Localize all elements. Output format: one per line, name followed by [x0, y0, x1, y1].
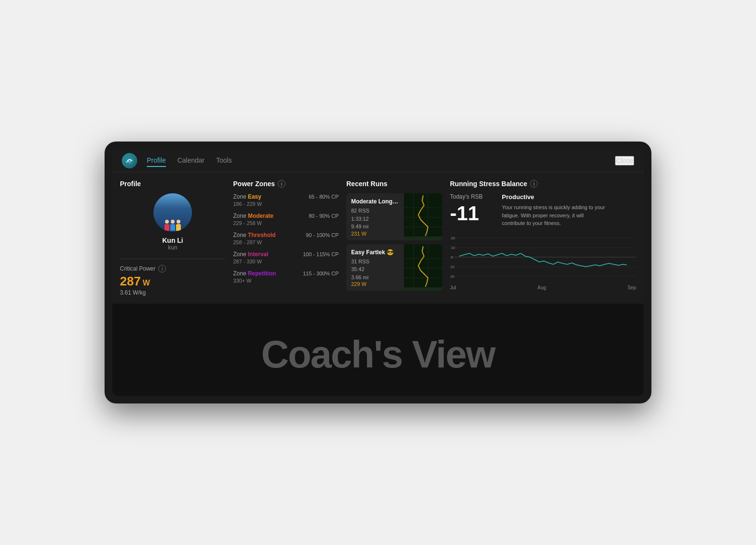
- bottom-section: Coach's View: [112, 304, 644, 396]
- critical-power-unit: W: [142, 279, 150, 287]
- avatar: [154, 193, 192, 232]
- run-card[interactable]: 2 days ago Moderate Long Run 😎 82 RSS 1:…: [346, 193, 442, 240]
- nav-tools[interactable]: Tools: [216, 154, 232, 167]
- run-time: 1:33:12: [351, 215, 399, 223]
- power-zones-title: Power Zones i: [233, 180, 339, 188]
- svg-rect-2: [404, 193, 442, 237]
- nav-links: Profile Calendar Tools: [147, 154, 615, 167]
- zone-name: Zone Moderate: [233, 213, 273, 219]
- zone-pct: 90 - 100% CP: [306, 232, 339, 238]
- rsb-chart: 20 10 0 -10 -20: [450, 233, 636, 281]
- svg-text:20: 20: [451, 236, 455, 240]
- app-container: Profile Calendar Tools Close Profile: [112, 149, 644, 396]
- critical-power-info-icon[interactable]: i: [158, 265, 166, 272]
- zone-name: Zone Easy: [233, 193, 261, 200]
- zone-watts: 186 - 229 W: [233, 201, 339, 207]
- chart-label-jul: Jul: [450, 285, 456, 290]
- profile-panel: Profile: [120, 180, 225, 296]
- zone-name: Zone Interval: [233, 251, 268, 258]
- zone-watts: 229 - 258 W: [233, 220, 339, 226]
- run-distance: 3.66 mi: [351, 273, 399, 282]
- chart-label-aug: Aug: [538, 285, 546, 290]
- critical-power-wkg: 3.61 W/kg: [120, 289, 225, 296]
- run-rss: 31 RSS: [351, 258, 399, 266]
- svg-text:10: 10: [451, 246, 455, 250]
- zone-watts: 330+ W: [233, 278, 339, 284]
- zone-name: Zone Repetition: [233, 270, 276, 277]
- dashboard: Profile: [112, 172, 644, 304]
- chart-x-labels: Jul Aug Sep: [450, 285, 636, 290]
- run-watts: 231 W: [351, 231, 399, 237]
- zone-pct: 65 - 80% CP: [309, 194, 339, 200]
- run-distance: 9.49 mi: [351, 223, 399, 231]
- zones-list: Zone Easy 65 - 80% CP 186 - 229 W Zone M…: [233, 193, 339, 284]
- nav-calendar[interactable]: Calendar: [177, 154, 205, 167]
- run-info: Moderate Long Run 😎 82 RSS 1:33:12 9.49 …: [346, 193, 404, 240]
- rsb-title: Running Stress Balance i: [450, 180, 636, 188]
- power-zones-panel: Power Zones i Zone Easy 65 - 80% CP 186 …: [233, 180, 339, 296]
- run-map: [404, 244, 442, 291]
- zone-watts: 258 - 287 W: [233, 239, 339, 245]
- zone-pct: 100 - 115% CP: [303, 251, 339, 257]
- zone-row: Zone Threshold 90 - 100% CP 258 - 287 W: [233, 232, 339, 245]
- profile-username: kun: [120, 244, 225, 251]
- run-title: Moderate Long Run 😎: [351, 198, 399, 205]
- profile-divider: [120, 259, 225, 259]
- zone-pct: 80 - 90% CP: [309, 213, 339, 219]
- svg-point-0: [125, 156, 134, 165]
- run-time: 35:42: [351, 265, 399, 273]
- coaches-view-title: Coach's View: [122, 332, 634, 377]
- avatar-container: [120, 193, 225, 232]
- device-frame: Profile Calendar Tools Close Profile: [105, 142, 651, 403]
- run-rss: 82 RSS: [351, 207, 399, 215]
- rsb-panel: Running Stress Balance i Today's RSB -11…: [450, 180, 636, 296]
- chart-label-sep: Sep: [627, 285, 636, 290]
- run-info: Easy Fartlek 😎 31 RSS 35:42 3.66 mi 229 …: [346, 244, 404, 291]
- nav-profile[interactable]: Profile: [147, 154, 166, 167]
- zone-row: Zone Easy 65 - 80% CP 186 - 229 W: [233, 193, 339, 207]
- svg-rect-8: [404, 244, 442, 287]
- rsb-today-label: Today's RSB: [450, 193, 483, 200]
- rsb-info-icon[interactable]: i: [530, 180, 538, 188]
- svg-text:-20: -20: [450, 274, 455, 279]
- rsb-value: -11: [450, 202, 483, 225]
- recent-runs-panel: Recent Runs 2 days ago Moderate Long Run…: [346, 180, 442, 296]
- zone-name: Zone Threshold: [233, 232, 276, 238]
- zone-row: Zone Repetition 115 - 300% CP 330+ W: [233, 270, 339, 284]
- rsb-description: Your running stress is quickly adding to…: [502, 203, 607, 227]
- nav-bar: Profile Calendar Tools Close: [112, 149, 644, 172]
- svg-text:-10: -10: [450, 265, 455, 269]
- zone-row: Zone Interval 100 - 115% CP 287 - 330 W: [233, 251, 339, 264]
- svg-text:0: 0: [451, 255, 453, 260]
- zone-row: Zone Moderate 80 - 90% CP 229 - 258 W: [233, 213, 339, 226]
- critical-power-value: 287: [120, 274, 141, 288]
- run-watts: 229 W: [351, 281, 399, 287]
- rsb-chart-area: 20 10 0 -10 -20 Jul Aug Sep: [450, 233, 636, 290]
- zone-watts: 287 - 330 W: [233, 259, 339, 264]
- recent-runs-title: Recent Runs: [346, 180, 442, 188]
- run-title: Easy Fartlek 😎: [351, 249, 399, 256]
- close-button[interactable]: Close: [615, 156, 634, 166]
- power-zones-info-icon[interactable]: i: [278, 180, 285, 188]
- run-map: [404, 193, 442, 240]
- profile-name: Kun Li: [120, 237, 225, 244]
- zone-pct: 115 - 300% CP: [303, 271, 339, 276]
- app-logo: [122, 153, 137, 168]
- runs-list: 2 days ago Moderate Long Run 😎 82 RSS 1:…: [346, 193, 442, 291]
- rsb-status: Productive: [502, 193, 607, 201]
- critical-power-label: Critical Power i: [120, 265, 225, 272]
- rsb-header-row: Today's RSB -11 Productive Your running …: [450, 193, 636, 227]
- profile-section-title: Profile: [120, 180, 225, 188]
- run-card[interactable]: 4 days ago Easy Fartlek 😎 31 RSS 35:42 3…: [346, 244, 442, 291]
